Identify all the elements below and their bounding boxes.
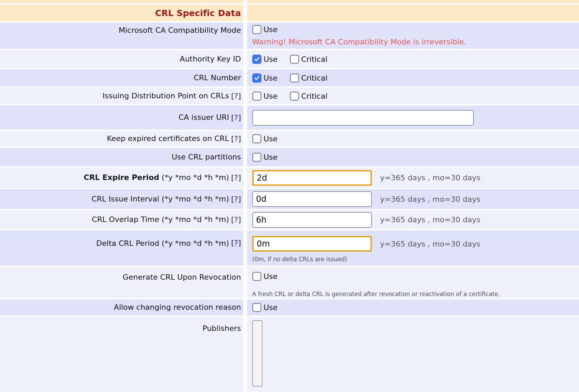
use-checkbox-group: Use [252, 25, 278, 34]
use-checkbox-label: Use [264, 25, 278, 34]
period-hint: y=365 days , mo=30 days [380, 240, 481, 248]
ca-issuer-uri-input[interactable] [252, 110, 474, 126]
field-label: CRL Number [194, 73, 241, 83]
row-crl-number: CRL Number Use Critical [0, 69, 579, 86]
use-checkbox-label: Use [264, 272, 278, 281]
field-content-cell: Use Critical [247, 69, 579, 86]
field-label: Publishers [203, 324, 241, 334]
help-question-mark: ? [234, 215, 238, 224]
use-checkbox-group: Use [252, 272, 278, 281]
use-checkbox[interactable] [252, 25, 261, 34]
help-link[interactable]: [?] [231, 113, 241, 122]
help-bracket: ] [238, 113, 241, 122]
section-header-spacer [247, 5, 579, 21]
use-checkbox-label: Use [264, 153, 278, 162]
use-checkbox-label: Use [264, 303, 278, 312]
field-content-cell: Use Critical [247, 88, 579, 104]
field-label-cell: Microsoft CA Compatibility Mode [0, 23, 243, 49]
help-bracket: ] [238, 195, 241, 204]
use-checkbox[interactable] [252, 272, 261, 281]
field-label-suffix: (*y *mo *d *h *m) [162, 195, 229, 203]
use-checkbox-group: Use [252, 134, 278, 143]
field-label-suffix: (*y *mo *d *h *m) [162, 215, 229, 224]
section-title: CRL Specific Data [155, 8, 241, 18]
field-content-cell: Use Critical [247, 50, 579, 68]
field-label-suffix: (*y *mo *d *h *m) [162, 239, 229, 248]
help-question-mark: ? [234, 92, 238, 100]
help-link[interactable]: [?] [231, 239, 241, 247]
row-ca-issuer-uri: CA issuer URI [?] [0, 106, 579, 130]
row-issuing-distribution-point: Issuing Distribution Point on CRLs [?] U… [0, 88, 579, 104]
help-bracket: [ [231, 92, 234, 100]
row-delta-crl-period: Delta CRL Period(*y *mo *d *h *m) [?] y=… [0, 230, 579, 266]
use-checkbox[interactable] [252, 73, 261, 83]
section-header-cell: CRL Specific Data [0, 5, 243, 21]
field-content-cell: y=365 days , mo=30 days (0m, if no delta… [247, 230, 579, 266]
field-note: (0m, if no delta CRLs are issued) [252, 256, 347, 263]
field-content-cell [247, 317, 579, 392]
field-label-cell: CRL Expire Period(*y *mo *d *h *m) [?] [0, 168, 243, 188]
use-checkbox[interactable] [252, 153, 261, 162]
help-link[interactable]: [?] [231, 92, 241, 100]
field-label: Allow changing revocation reason [114, 303, 241, 312]
help-link[interactable]: [?] [231, 135, 241, 143]
period-hint: y=365 days , mo=30 days [380, 195, 481, 204]
checkbox-group: Use Critical [252, 73, 327, 83]
use-checkbox[interactable] [252, 303, 261, 312]
critical-checkbox[interactable] [290, 55, 299, 64]
warning-text: Warning! Microsoft CA Compatibility Mode… [252, 38, 466, 46]
field-label: CA issuer URI [178, 113, 229, 123]
field-content-cell: Use [247, 148, 579, 166]
field-label: Authority Key ID [180, 54, 241, 64]
field-label-cell: Keep expired certificates on CRL [?] [0, 131, 243, 146]
crl-specific-data-form: CRL Specific Data Microsoft CA Compatibi… [0, 0, 579, 392]
critical-checkbox[interactable] [290, 73, 299, 83]
field-label-cell: CRL Number [0, 69, 243, 86]
critical-checkbox-label: Critical [301, 74, 327, 82]
use-checkbox[interactable] [252, 134, 261, 143]
field-label: Microsoft CA Compatibility Mode [119, 26, 241, 36]
help-bracket: ] [238, 239, 241, 247]
field-label-cell: CRL Issue Interval(*y *mo *d *h *m) [?] [0, 189, 243, 209]
crl-overlap-time-input[interactable] [252, 212, 372, 228]
row-authority-key-id: Authority Key ID Use Critical [0, 50, 579, 68]
row-microsoft-ca-compatibility-mode: Microsoft CA Compatibility Mode Use Warn… [0, 23, 579, 49]
critical-checkbox[interactable] [290, 92, 299, 101]
crl-issue-interval-input[interactable] [252, 191, 372, 207]
use-checkbox[interactable] [252, 92, 261, 101]
cropped-cell [0, 0, 243, 3]
row-allow-changing-revocation-reason: Allow changing revocation reason Use [0, 299, 579, 316]
section-header-row: CRL Specific Data [0, 5, 579, 21]
field-label-cell: CA issuer URI [?] [0, 106, 243, 130]
delta-crl-period-input[interactable] [252, 236, 372, 252]
field-label-cell: Authority Key ID [0, 50, 243, 68]
field-note: A fresh CRL or delta CRL is generated af… [252, 291, 500, 297]
field-content-cell: y=365 days , mo=30 days [247, 189, 579, 209]
field-content-cell: y=365 days , mo=30 days [247, 168, 579, 188]
help-bracket: [ [231, 195, 234, 204]
help-bracket: [ [231, 173, 234, 182]
critical-checkbox-label: Critical [301, 92, 327, 100]
row-crl-issue-interval: CRL Issue Interval(*y *mo *d *h *m) [?] … [0, 189, 579, 209]
use-checkbox-group: Use [252, 153, 278, 162]
field-content-cell [247, 106, 579, 130]
help-bracket: ] [238, 135, 241, 143]
help-link[interactable]: [?] [231, 173, 241, 182]
help-bracket: ] [238, 215, 241, 224]
publishers-listbox[interactable] [252, 320, 262, 387]
field-label: Use CRL partitions [172, 152, 241, 162]
field-label-cell: Use CRL partitions [0, 148, 243, 166]
field-label: Generate CRL Upon Revocation [123, 272, 241, 282]
field-label: Issuing Distribution Point on CRLs [103, 91, 229, 101]
help-bracket: [ [231, 239, 234, 247]
use-checkbox[interactable] [252, 55, 261, 64]
field-content-cell: Use [247, 299, 579, 316]
crl-expire-period-input[interactable] [252, 170, 372, 186]
period-hint: y=365 days , mo=30 days [380, 215, 481, 224]
help-link[interactable]: [?] [231, 195, 241, 204]
help-link[interactable]: [?] [231, 215, 241, 224]
checkmark-icon [254, 56, 260, 62]
field-label-cell: Allow changing revocation reason [0, 299, 243, 316]
checkbox-group: Use Critical [252, 92, 327, 101]
help-bracket: [ [231, 135, 234, 143]
